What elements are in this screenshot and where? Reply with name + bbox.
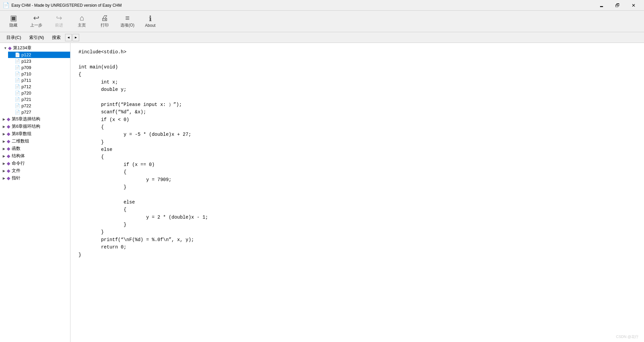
tree-folder-icon: ◆ xyxy=(7,161,10,166)
tree-doc-icon: 📄 xyxy=(15,59,20,64)
tree-leaf-label: p709 xyxy=(21,65,31,70)
main-area: ▼◆第1234章📄p122📄p123📄p709📄p710📄p711📄p712📄p… xyxy=(0,43,644,342)
tab-nav-prev[interactable]: ◄ xyxy=(65,34,72,41)
toolbar-options[interactable]: ≡选项(O) xyxy=(117,12,138,31)
tab-index[interactable]: 索引(N) xyxy=(25,34,48,42)
back-label: 上一步 xyxy=(30,22,42,28)
tree-node-cmdline[interactable]: ▶◆命令行 xyxy=(0,160,70,167)
toolbar-home[interactable]: ⌂主页 xyxy=(71,12,93,31)
toolbar-back[interactable]: ↩上一步 xyxy=(25,12,47,31)
tab-contents[interactable]: 目录(C) xyxy=(3,34,25,42)
options-icon: ≡ xyxy=(125,14,130,22)
tab-bar: 目录(C)索引(N)搜索◄► xyxy=(0,32,644,43)
tree-node-label: 结构体 xyxy=(12,153,25,159)
tree-leaf-p722[interactable]: 📄p722 xyxy=(8,103,70,109)
tree-expand-icon: ▶ xyxy=(1,125,7,128)
toolbar: ▣隐藏↩上一步↪前进⌂主页🖨打印≡选项(O)ℹAbout xyxy=(0,11,644,32)
close-button[interactable]: ✕ xyxy=(626,0,641,10)
title-bar-controls: 🗕 🗗 ✕ xyxy=(594,0,641,10)
tree-expand-icon: ▶ xyxy=(1,154,7,158)
tree-node-label: 二维数组 xyxy=(12,138,29,144)
tab-search[interactable]: 搜索 xyxy=(48,34,64,42)
tree-folder-icon: ◆ xyxy=(7,116,10,122)
tree-node-functions[interactable]: ▶◆函数 xyxy=(0,145,70,152)
tree-doc-icon: 📄 xyxy=(15,71,20,76)
tree-leaf-p123[interactable]: 📄p123 xyxy=(8,58,70,64)
home-icon: ⌂ xyxy=(79,14,84,22)
tree-folder-icon: ◆ xyxy=(7,153,10,159)
tree-leaf-p721[interactable]: 📄p721 xyxy=(8,96,70,103)
tree-leaf-label: p722 xyxy=(21,103,31,108)
tree-leaf-p122[interactable]: 📄p122 xyxy=(8,52,70,58)
tree-doc-icon: 📄 xyxy=(15,78,20,83)
tree-leaf-label: p122 xyxy=(21,52,31,57)
content-area: #include<stdio.h> int main(void) { int x… xyxy=(70,43,644,342)
tree-folder-icon: ◆ xyxy=(7,138,10,144)
tree-node-label: 命令行 xyxy=(12,160,25,166)
tree-folder-icon: ◆ xyxy=(8,45,12,51)
tree-leaf-p709[interactable]: 📄p709 xyxy=(8,64,70,71)
tree-expand-icon: ▶ xyxy=(1,139,7,143)
tree-node-label: 文件 xyxy=(12,168,20,174)
restore-button[interactable]: 🗗 xyxy=(610,0,625,10)
toolbar-hide[interactable]: ▣隐藏 xyxy=(3,12,24,31)
tree-node-chapter6[interactable]: ▶◆第6章循环结构 xyxy=(0,123,70,130)
tree-expand-icon: ▶ xyxy=(1,132,7,136)
tree-expand-icon: ▶ xyxy=(1,147,7,151)
tree-expand-icon: ▼ xyxy=(3,46,8,50)
forward-icon: ↪ xyxy=(56,14,62,22)
sidebar[interactable]: ▼◆第1234章📄p122📄p123📄p709📄p710📄p711📄p712📄p… xyxy=(0,43,70,342)
tree-node-2darray[interactable]: ▶◆二维数组 xyxy=(0,137,70,145)
about-label: About xyxy=(145,23,155,28)
minimize-button[interactable]: 🗕 xyxy=(594,0,609,10)
tree-node-chapter1234[interactable]: ▼◆第1234章 xyxy=(1,44,70,52)
tree-leaf-p711[interactable]: 📄p711 xyxy=(8,77,70,83)
print-label: 打印 xyxy=(101,22,109,28)
tree-doc-icon: 📄 xyxy=(15,97,20,102)
back-icon: ↩ xyxy=(33,14,39,22)
tree-doc-icon: 📄 xyxy=(15,91,20,96)
tree-node-label: 第5章选择结构 xyxy=(12,116,40,122)
tree-doc-icon: 📄 xyxy=(15,65,20,70)
tree-node-label: 指针 xyxy=(12,175,20,181)
tree-leaf-label: p720 xyxy=(21,91,31,96)
tree-leaf-label: p123 xyxy=(21,59,31,64)
title-bar-left: 📄 Easy CHM - Made by UNREGISTERED versio… xyxy=(3,2,122,8)
tree-leaf-p720[interactable]: 📄p720 xyxy=(8,90,70,96)
tree-doc-icon: 📄 xyxy=(15,52,20,57)
app-icon: 📄 xyxy=(3,2,9,8)
tree-doc-icon: 📄 xyxy=(15,103,20,108)
tree-node-label: 第1234章 xyxy=(13,45,32,51)
tree-expand-icon: ▶ xyxy=(1,117,7,121)
tree-leaf-label: p712 xyxy=(21,84,31,89)
tree-folder-icon: ◆ xyxy=(7,131,10,136)
watermark: CSDN @花疗 xyxy=(616,334,639,339)
tree-node-label: 第8章数组 xyxy=(12,131,32,137)
toolbar-about[interactable]: ℹAbout xyxy=(140,12,161,31)
tree-leaf-p710[interactable]: 📄p710 xyxy=(8,71,70,77)
tree-expand-icon: ▶ xyxy=(1,169,7,173)
options-label: 选项(O) xyxy=(120,22,134,28)
tree-leaf-label: p727 xyxy=(21,110,31,115)
tree-node-label: 函数 xyxy=(12,146,20,152)
tree-leaf-label: p711 xyxy=(21,78,31,83)
toolbar-print[interactable]: 🖨打印 xyxy=(94,12,115,31)
tree-leaf-p712[interactable]: 📄p712 xyxy=(8,83,70,90)
tree-node-chapter8[interactable]: ▶◆第8章数组 xyxy=(0,130,70,137)
tree-folder-icon: ◆ xyxy=(7,175,10,181)
tree-leaf-label: p710 xyxy=(21,71,31,76)
hide-label: 隐藏 xyxy=(9,22,17,28)
tree-node-pointers[interactable]: ▶◆指针 xyxy=(0,174,70,182)
tree-expand-icon: ▶ xyxy=(1,176,7,180)
tree-node-chapter5[interactable]: ▶◆第5章选择结构 xyxy=(0,115,70,123)
tree-expand-icon: ▶ xyxy=(1,162,7,165)
tab-nav-next[interactable]: ► xyxy=(72,34,79,41)
tree-node-struct[interactable]: ▶◆结构体 xyxy=(0,152,70,160)
tree-folder-icon: ◆ xyxy=(7,168,10,173)
tree-leaf-p727[interactable]: 📄p727 xyxy=(8,109,70,115)
hide-icon: ▣ xyxy=(10,14,17,22)
print-icon: 🖨 xyxy=(101,14,108,22)
tree-leaf-label: p721 xyxy=(21,97,31,102)
title-bar: 📄 Easy CHM - Made by UNREGISTERED versio… xyxy=(0,0,644,11)
tree-node-files[interactable]: ▶◆文件 xyxy=(0,167,70,174)
